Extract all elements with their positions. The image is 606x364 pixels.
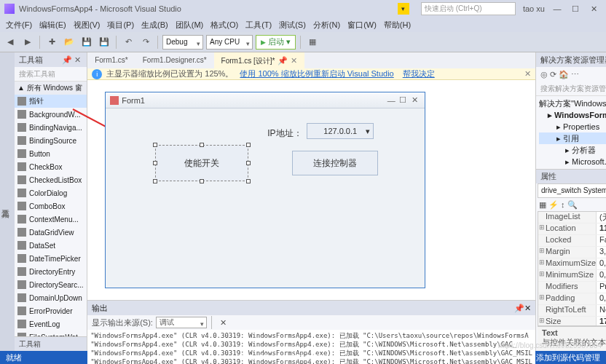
toolbox-item[interactable]: BackgroundW... — [15, 108, 87, 121]
pin-icon[interactable]: 📌 — [62, 55, 72, 65]
property-row[interactable]: RightToLeftNo — [538, 305, 606, 317]
save-all-icon[interactable]: 💾 — [97, 35, 111, 50]
username[interactable]: tao xu — [523, 4, 545, 13]
toolbox-item[interactable]: BindingNaviga... — [15, 121, 87, 134]
toolbox-item[interactable]: FileSystemWat... — [15, 331, 87, 336]
start-button[interactable]: 启动 ▾ — [256, 35, 296, 50]
property-row[interactable]: ⊞MinimumSize0, 0 — [538, 270, 606, 282]
menu-item[interactable]: 窗口(W) — [345, 20, 379, 31]
tree-node[interactable]: ▸ WindowsFormsApp4 — [539, 109, 606, 121]
menu-item[interactable]: 文件(F) — [3, 20, 35, 31]
form-window[interactable]: Form1—☐✕ IP地址： 127.0.0.1▾ 连接控制器 使能开关 — [105, 92, 425, 288]
tree-node[interactable]: ▸ 分析器 — [539, 144, 606, 156]
property-row[interactable]: ⊞Margin3, 3, 3, 3 — [538, 247, 606, 258]
maximize-button[interactable]: ☐ — [567, 4, 583, 14]
connect-button[interactable]: 连接控制器 — [292, 151, 378, 175]
scaling-infobar: i 主显示器缩放比例已设置为 125%。 使用 100% 缩放比例重新启动 Vi… — [87, 68, 535, 80]
toolbox-title: 工具箱 — [19, 55, 43, 66]
property-row[interactable]: ⊞Size172, 71 — [538, 317, 606, 326]
tab-pin-icon[interactable]: 📌 — [278, 56, 288, 65]
menu-item[interactable]: 团队(M) — [173, 20, 207, 31]
toolbox-item[interactable]: ColorDialog — [15, 186, 87, 199]
toolbox-item[interactable]: ComboBox — [15, 199, 87, 213]
menu-item[interactable]: 测试(S) — [276, 20, 309, 31]
toolbox-item[interactable]: DirectoryEntry — [15, 265, 87, 278]
panel-close-icon[interactable]: ✕ — [72, 55, 82, 65]
toolbox-item[interactable]: DomainUpDown — [15, 291, 87, 304]
document-tab[interactable]: Form1.Designer.cs* — [135, 52, 214, 68]
properties-object-combo[interactable]: drive_switch System.Windows.Forms.L — [538, 183, 606, 198]
property-row[interactable]: ⊞Padding0, 0, 0, 0 — [538, 293, 606, 305]
tree-node[interactable]: ▸ Properties — [539, 121, 606, 132]
toolbox-item[interactable]: CheckedListBox — [15, 173, 87, 186]
tab-close-icon[interactable]: ✕ — [291, 56, 297, 65]
form-close-icon[interactable]: ✕ — [409, 95, 420, 105]
toolbox-item[interactable]: ErrorProvider — [15, 304, 87, 317]
infobar-close-icon[interactable]: ✕ — [524, 69, 531, 79]
menu-item[interactable]: 工具(T) — [243, 20, 275, 31]
toolbox-search[interactable]: 搜索工具箱 — [15, 67, 87, 82]
align-icon[interactable]: ▦ — [305, 35, 320, 50]
toolbox-item[interactable]: 指针 — [15, 95, 87, 108]
close-button[interactable]: ✕ — [586, 4, 602, 14]
toolbox-item[interactable]: ContextMenu... — [15, 213, 87, 226]
platform-combo[interactable]: Any CPU — [206, 35, 253, 50]
property-row[interactable]: LockedFalse — [538, 235, 606, 247]
nav-back-icon[interactable]: ◀ — [3, 35, 17, 50]
menu-item[interactable]: 生成(B) — [138, 20, 171, 31]
tree-node[interactable]: 解决方案"WindowsFormsApp4"(1 — [539, 98, 606, 109]
toolbox-item[interactable]: CheckBox — [15, 160, 87, 173]
toolbox-group[interactable]: ▲ 所有 Windows 窗体 — [15, 82, 87, 95]
solution-tree[interactable]: 解决方案"WindowsFormsApp4"(1▸ WindowsFormsAp… — [536, 96, 606, 169]
document-tab[interactable]: Form1.cs [设计]*📌✕ — [214, 52, 305, 68]
toolbox-item[interactable]: DirectorySearc... — [15, 278, 87, 291]
menu-item[interactable]: 分析(N) — [310, 20, 343, 31]
toolbox-item[interactable]: BindingSource — [15, 134, 87, 147]
drive-switch-control[interactable]: 使能开关 — [155, 145, 248, 181]
property-row[interactable]: ModifiersPrivate — [538, 282, 606, 293]
config-combo[interactable]: Debug — [162, 35, 203, 50]
form-min-icon[interactable]: — — [385, 96, 397, 105]
menu-item[interactable]: 编辑(E) — [36, 20, 69, 31]
tree-node[interactable]: ▸ 引用 — [539, 132, 606, 144]
nav-fwd-icon[interactable]: ▶ — [20, 35, 35, 50]
properties-grid[interactable]: ImageList(无)⊞Location118, 93LockedFalse⊞… — [538, 211, 606, 326]
infobar-restart-link[interactable]: 使用 100% 缩放比例重新启动 Visual Studio — [240, 68, 393, 79]
minimize-button[interactable]: — — [549, 4, 565, 13]
save-icon[interactable]: 💾 — [79, 35, 94, 50]
notification-icon[interactable]: ▾ — [398, 3, 409, 15]
redo-icon[interactable]: ↷ — [138, 35, 153, 50]
infobar-help-link[interactable]: 帮我决定 — [403, 68, 435, 79]
menu-item[interactable]: 视图(V) — [71, 20, 103, 31]
document-tab[interactable]: Form1.cs* — [87, 52, 135, 68]
toolbox-item[interactable]: Button — [15, 147, 87, 160]
status-source-control[interactable]: ↑ 添加到源代码管理 — [530, 352, 600, 363]
output-close-icon[interactable]: ✕ — [524, 304, 531, 313]
property-row[interactable]: ImageList(无) — [538, 212, 606, 223]
tree-node[interactable]: ▸ Microsoft.CSharp — [539, 156, 606, 167]
ip-combobox[interactable]: 127.0.0.1▾ — [307, 123, 374, 139]
open-icon[interactable]: 📂 — [62, 35, 76, 50]
form-max-icon[interactable]: ☐ — [397, 95, 409, 105]
output-source-combo[interactable]: 调试 — [156, 317, 207, 328]
output-pin-icon[interactable]: 📌 — [514, 304, 524, 313]
toolbox-item[interactable]: DataSet — [15, 239, 87, 252]
toolbox-footer[interactable]: 工具箱 — [15, 336, 87, 351]
output-clear-icon[interactable]: ✕ — [216, 315, 231, 330]
solution-search[interactable]: 搜索解决方案资源管理器(Ctrl+;) — [536, 82, 606, 96]
toolbox-item[interactable]: DateTimePicker — [15, 252, 87, 265]
menu-item[interactable]: 项目(P) — [104, 20, 137, 31]
status-ready: 就绪 — [6, 352, 22, 363]
menu-item[interactable]: 帮助(H) — [381, 20, 414, 31]
new-project-icon[interactable]: ✚ — [44, 35, 59, 50]
quick-launch-input[interactable]: 快速启动 (Ctrl+Q) — [421, 2, 516, 15]
toolbox-item-icon — [17, 149, 26, 158]
toolbox-item[interactable]: EventLog — [15, 317, 87, 331]
document-tabs: Form1.cs*Form1.Designer.cs*Form1.cs [设计]… — [87, 52, 535, 68]
property-row[interactable]: ⊞Location118, 93 — [538, 223, 606, 235]
undo-icon[interactable]: ↶ — [121, 35, 135, 50]
property-row[interactable]: ⊞MaximumSize0, 0 — [538, 258, 606, 270]
form-designer[interactable]: Form1—☐✕ IP地址： 127.0.0.1▾ 连接控制器 使能开关 — [87, 80, 535, 300]
menu-item[interactable]: 格式(O) — [208, 20, 241, 31]
toolbox-item[interactable]: DataGridView — [15, 226, 87, 239]
